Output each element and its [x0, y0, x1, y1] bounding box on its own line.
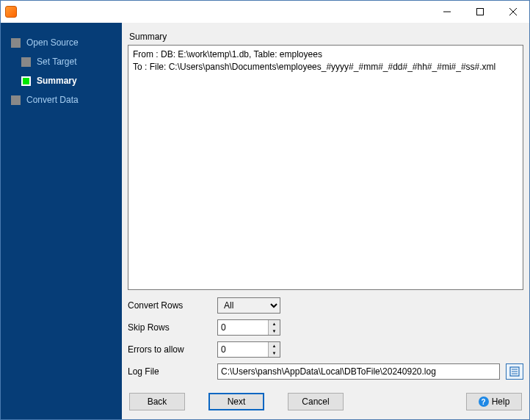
summary-label: Summary	[129, 32, 522, 42]
row-errors: Errors to allow ▲ ▼	[128, 341, 523, 358]
step-marker-icon	[21, 57, 31, 67]
help-button[interactable]: ? Help	[466, 393, 522, 410]
button-bar: Back Next Cancel ? Help	[128, 385, 523, 413]
step-marker-icon	[21, 76, 31, 86]
step-open-source[interactable]: Open Source	[1, 33, 122, 52]
back-button[interactable]: Back	[129, 393, 185, 410]
content: Open Source Set Target Summary Convert D…	[1, 23, 529, 419]
step-label: Convert Data	[26, 95, 79, 105]
close-icon	[509, 8, 517, 15]
skip-rows-up[interactable]: ▲	[269, 320, 280, 327]
skip-rows-down[interactable]: ▼	[269, 327, 280, 335]
minimize-icon	[443, 8, 451, 15]
row-logfile: Log File	[128, 363, 523, 380]
minimize-button[interactable]	[430, 1, 463, 22]
titlebar	[1, 1, 529, 23]
skip-rows-input[interactable]	[218, 320, 268, 335]
errors-down[interactable]: ▼	[269, 350, 280, 357]
step-label: Summary	[37, 76, 77, 86]
window-controls	[430, 1, 529, 23]
skip-rows-label: Skip Rows	[128, 322, 211, 333]
maximize-button[interactable]	[463, 1, 496, 22]
summary-textarea[interactable]: From : DB: E:\work\temp\1.db, Table: emp…	[128, 45, 523, 290]
step-set-target[interactable]: Set Target	[1, 52, 122, 71]
step-label: Set Target	[37, 57, 76, 67]
logfile-label: Log File	[128, 366, 211, 377]
errors-label: Errors to allow	[128, 344, 211, 355]
app-icon	[5, 6, 17, 18]
errors-spinner: ▲ ▼	[217, 341, 280, 358]
row-convert-rows: Convert Rows All	[128, 297, 523, 314]
logfile-input[interactable]	[217, 363, 500, 380]
step-summary[interactable]: Summary	[1, 71, 122, 90]
step-convert-data[interactable]: Convert Data	[1, 90, 122, 109]
step-marker-icon	[11, 95, 21, 105]
next-button[interactable]: Next	[208, 393, 264, 410]
step-label: Open Source	[26, 37, 79, 48]
help-icon: ?	[479, 397, 489, 407]
app-window: Open Source Set Target Summary Convert D…	[0, 0, 530, 420]
convert-rows-label: Convert Rows	[128, 300, 211, 311]
close-button[interactable]	[496, 1, 529, 22]
errors-input[interactable]	[218, 342, 268, 357]
skip-rows-spinner: ▲ ▼	[217, 319, 280, 336]
convert-rows-select[interactable]: All	[217, 297, 280, 314]
cancel-button[interactable]: Cancel	[288, 393, 344, 410]
form-area: Convert Rows All Skip Rows ▲ ▼	[128, 290, 523, 385]
step-marker-icon	[11, 38, 21, 48]
help-label: Help	[492, 397, 510, 407]
svg-rect-1	[476, 8, 483, 15]
browse-icon	[509, 366, 520, 377]
errors-up[interactable]: ▲	[269, 342, 280, 350]
titlebar-left	[5, 6, 21, 18]
logfile-browse-button[interactable]	[506, 363, 523, 380]
row-skip-rows: Skip Rows ▲ ▼	[128, 319, 523, 336]
main-panel: Summary From : DB: E:\work\temp\1.db, Ta…	[122, 23, 529, 419]
sidebar: Open Source Set Target Summary Convert D…	[1, 23, 122, 419]
maximize-icon	[476, 8, 484, 15]
